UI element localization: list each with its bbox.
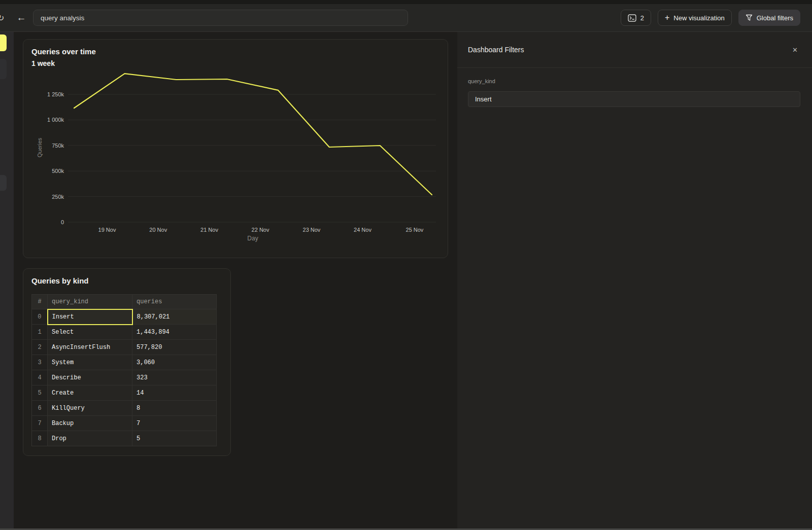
queries-count-cell[interactable]: 3,060 xyxy=(132,355,217,370)
table-row: 2AsyncInsertFlush577,820 xyxy=(32,340,217,355)
queries-table-body: 0Insert8,307,0211Select1,443,8942AsyncIn… xyxy=(32,309,217,446)
history-refresh-icon[interactable]: ↻ xyxy=(0,13,9,23)
dashboard-filters-panel: Dashboard Filters ✕ query_kind xyxy=(457,32,812,530)
filters-panel-title: Dashboard Filters xyxy=(468,46,524,54)
x-axis-tick-label: 21 Nov xyxy=(200,227,218,233)
new-visualization-button[interactable]: + New visualization xyxy=(658,10,732,26)
topbar: ↻ ← 2 + New visualization Global filters xyxy=(0,4,812,32)
row-index-cell[interactable]: 0 xyxy=(32,309,48,325)
global-filters-button[interactable]: Global filters xyxy=(738,10,800,26)
table-row: 8Drop5 xyxy=(32,431,217,446)
queries-count-cell[interactable]: 7 xyxy=(132,416,217,431)
chart-title: Queries over time xyxy=(31,47,96,56)
queries-count-cell[interactable]: 8 xyxy=(132,401,217,416)
row-index-cell[interactable]: 2 xyxy=(32,340,48,355)
chart-card-queries-over-time: Queries over time 1 week 0250k500k750k1 … xyxy=(23,39,448,258)
row-index-cell[interactable]: 8 xyxy=(32,431,48,446)
queries-line-chart[interactable]: 0250k500k750k1 000k1 250k19 Nov20 Nov21 … xyxy=(23,65,449,259)
window-top-edge xyxy=(0,0,812,4)
query-kind-cell[interactable]: Create xyxy=(48,385,132,401)
table-row: 4Describe323 xyxy=(32,370,217,385)
app-root: ↻ ← 2 + New visualization Global filters xyxy=(0,0,812,530)
back-button[interactable]: ← xyxy=(11,12,31,23)
global-filters-label: Global filters xyxy=(757,14,793,22)
queries-count-cell[interactable]: 323 xyxy=(132,370,217,385)
query-kind-cell[interactable]: Drop xyxy=(48,431,132,446)
y-axis-tick-label: 1 250k xyxy=(47,91,64,97)
row-index-cell[interactable]: 5 xyxy=(32,385,48,401)
sql-console-count-button[interactable]: 2 xyxy=(621,10,651,26)
x-axis-tick-label: 25 Nov xyxy=(406,227,424,233)
terminal-icon xyxy=(628,14,636,22)
row-index-cell[interactable]: 7 xyxy=(32,416,48,431)
row-index-cell[interactable]: 3 xyxy=(32,355,48,370)
query-kind-cell[interactable]: AsyncInsertFlush xyxy=(48,340,132,355)
y-axis-label: Queries xyxy=(37,137,43,157)
row-index-cell[interactable]: 4 xyxy=(32,370,48,385)
sidebar-item-yellow-swatch[interactable] xyxy=(0,34,7,51)
query-kind-cell[interactable]: Insert xyxy=(48,309,132,325)
query-kind-cell[interactable]: Backup xyxy=(48,416,132,431)
table-row: 0Insert8,307,021 xyxy=(32,309,217,325)
new-visualization-label: New visualization xyxy=(673,14,724,22)
funnel-icon xyxy=(746,14,753,21)
filters-panel-header: Dashboard Filters ✕ xyxy=(457,32,812,68)
queries-count-cell[interactable]: 14 xyxy=(132,385,217,401)
x-axis-label: Day xyxy=(247,235,258,242)
dashboard-canvas: Queries over time 1 week 0250k500k750k1 … xyxy=(14,32,457,530)
queries-count-cell[interactable]: 1,443,894 xyxy=(132,325,217,340)
table-card-queries-by-kind: Queries by kind # query_kind queries 0In… xyxy=(23,268,231,456)
sidebar-item-card-2[interactable] xyxy=(0,175,7,191)
query-kind-cell[interactable]: KillQuery xyxy=(48,401,132,416)
y-axis-tick-label: 0 xyxy=(61,219,64,225)
x-axis-tick-label: 19 Nov xyxy=(98,227,116,233)
column-header-index[interactable]: # xyxy=(32,295,48,309)
console-count: 2 xyxy=(640,14,644,22)
query-kind-cell[interactable]: System xyxy=(48,355,132,370)
table-row: 5Create14 xyxy=(32,385,217,401)
x-axis-tick-label: 24 Nov xyxy=(354,227,371,233)
x-axis-tick-label: 23 Nov xyxy=(303,227,321,233)
query-kind-filter-input[interactable] xyxy=(468,91,800,107)
y-axis-tick-label: 750k xyxy=(52,143,64,149)
y-axis-tick-label: 500k xyxy=(52,168,64,174)
dashboard-title-input[interactable] xyxy=(33,10,408,26)
filter-field-label: query_kind xyxy=(468,78,495,84)
x-axis-tick-label: 20 Nov xyxy=(149,227,167,233)
queries-by-kind-table: # query_kind queries 0Insert8,307,0211Se… xyxy=(31,294,217,446)
close-icon[interactable]: ✕ xyxy=(792,46,798,54)
row-index-cell[interactable]: 1 xyxy=(32,325,48,340)
y-axis-tick-label: 250k xyxy=(52,194,64,200)
plus-icon: + xyxy=(665,14,669,22)
table-header-row: # query_kind queries xyxy=(32,295,217,309)
queries-count-cell[interactable]: 577,820 xyxy=(132,340,217,355)
table-row: 7Backup7 xyxy=(32,416,217,431)
left-sidebar-strip xyxy=(0,32,14,530)
query-kind-cell[interactable]: Describe xyxy=(48,370,132,385)
queries-series-line xyxy=(74,74,432,195)
query-kind-cell[interactable]: Select xyxy=(48,325,132,340)
sidebar-item-card-1[interactable] xyxy=(0,59,7,79)
column-header-queries[interactable]: queries xyxy=(132,295,217,309)
y-axis-tick-label: 1 000k xyxy=(47,117,64,123)
table-row: 6KillQuery8 xyxy=(32,401,217,416)
queries-count-cell[interactable]: 5 xyxy=(132,431,217,446)
table-title: Queries by kind xyxy=(31,276,89,285)
x-axis-tick-label: 22 Nov xyxy=(252,227,269,233)
row-index-cell[interactable]: 6 xyxy=(32,401,48,416)
queries-count-cell[interactable]: 8,307,021 xyxy=(132,309,217,325)
table-row: 3System3,060 xyxy=(32,355,217,370)
column-header-query-kind[interactable]: query_kind xyxy=(48,295,132,309)
table-row: 1Select1,443,894 xyxy=(32,325,217,340)
